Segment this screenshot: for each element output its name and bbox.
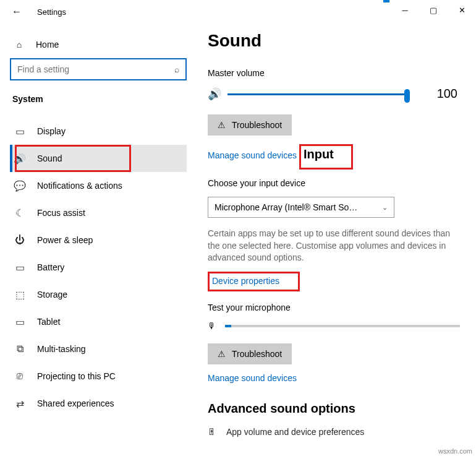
volume-slider[interactable] — [227, 88, 407, 100]
sidebar-item-label: Power & sleep — [37, 235, 93, 245]
microphone-icon: 🎙 — [208, 321, 216, 331]
home-button[interactable]: ⌂ Home — [10, 35, 187, 58]
notifications-icon: 💬 — [14, 180, 26, 192]
mic-level-bar — [225, 325, 460, 327]
sidebar-item-label: Display — [37, 126, 66, 136]
speaker-icon: 🔊 — [208, 87, 221, 101]
troubleshoot-label: Troubleshoot — [232, 120, 282, 130]
sidebar-item-tablet[interactable]: ▭ Tablet — [10, 308, 187, 335]
page-heading: Sound — [208, 31, 460, 51]
master-volume-label: Master volume — [208, 68, 460, 78]
sidebar-item-notifications[interactable]: 💬 Notifications & actions — [10, 172, 187, 199]
sound-icon: 🔊 — [14, 153, 26, 165]
nav-list: ▭ Display 🔊 Sound 💬 Notifications & acti… — [10, 118, 187, 417]
home-icon: ⌂ — [14, 40, 25, 49]
warning-icon: ⚠ — [218, 120, 226, 130]
sidebar-item-label: Tablet — [37, 317, 60, 327]
highlight-device-properties: Device properties — [208, 272, 300, 291]
sidebar-item-shared[interactable]: ⇄ Shared experiences — [10, 390, 187, 417]
input-help-text: Certain apps may be set up to use differ… — [208, 228, 460, 264]
back-icon[interactable]: ← — [11, 6, 22, 17]
tablet-icon: ▭ — [14, 316, 26, 328]
highlight-box — [15, 145, 131, 172]
sidebar-item-storage[interactable]: ⬚ Storage — [10, 281, 187, 308]
troubleshoot-button-output[interactable]: ⚠ Troubleshoot — [208, 114, 292, 136]
volume-value: 100 — [437, 87, 460, 101]
home-label: Home — [36, 40, 59, 49]
sidebar-item-projecting[interactable]: ⎚ Projecting to this PC — [10, 363, 187, 390]
sidebar-item-label: Multi-tasking — [37, 344, 86, 354]
content-pane: Sound Master volume 🔊 100 ⚠ Troubleshoot… — [192, 24, 476, 456]
test-mic-label: Test your microphone — [208, 303, 460, 312]
input-device-select[interactable]: Microphone Array (Intel® Smart So… ⌄ — [208, 197, 394, 218]
manage-sound-link-output[interactable]: Manage sound devices — [208, 150, 297, 160]
multitasking-icon: ⧉ — [14, 343, 26, 355]
mic-test-row: 🎙 — [208, 321, 460, 331]
sidebar-item-focus-assist[interactable]: ☾ Focus assist — [10, 199, 187, 226]
warning-icon: ⚠ — [218, 349, 226, 359]
slider-track — [227, 93, 407, 95]
sidebar-item-display[interactable]: ▭ Display — [10, 118, 187, 145]
search-icon: ⌕ — [174, 64, 179, 74]
mic-level-fill — [225, 325, 231, 327]
storage-icon: ⬚ — [14, 289, 26, 301]
choose-input-label: Choose your input device — [208, 178, 460, 188]
watermark: wsxdn.com — [438, 447, 472, 455]
sidebar-item-label: Projecting to this PC — [37, 371, 116, 381]
chevron-down-icon: ⌄ — [382, 204, 388, 212]
sidebar-item-label: Storage — [37, 290, 67, 299]
minimize-button[interactable]: ─ — [391, 0, 419, 20]
maximize-button[interactable]: ▢ — [419, 0, 448, 20]
shared-icon: ⇄ — [14, 398, 26, 410]
projecting-icon: ⎚ — [14, 371, 26, 382]
highlight-input-title: Input — [299, 144, 353, 170]
troubleshoot-label: Troubleshoot — [232, 349, 282, 359]
sidebar-item-battery[interactable]: ▭ Battery — [10, 254, 187, 281]
input-device-value: Microphone Array (Intel® Smart So… — [215, 202, 357, 212]
slider-thumb[interactable] — [404, 89, 410, 103]
sidebar-item-label: Notifications & actions — [37, 181, 122, 191]
window-title: Settings — [37, 7, 66, 17]
display-icon: ▭ — [14, 126, 26, 137]
device-properties-link[interactable]: Device properties — [212, 276, 279, 286]
accent-strip — [383, 0, 389, 2]
sidebar-item-power[interactable]: ⏻ Power & sleep — [10, 226, 187, 254]
sidebar-item-label: Battery — [37, 262, 64, 272]
input-section-title: Input — [304, 147, 334, 161]
search-box[interactable]: ⌕ — [10, 58, 187, 80]
power-icon: ⏻ — [14, 234, 26, 246]
sidebar-item-label: Focus assist — [37, 208, 85, 218]
group-title: System — [10, 94, 187, 104]
volume-row: 🔊 100 — [208, 87, 460, 101]
sidebar-item-sound[interactable]: 🔊 Sound — [10, 145, 187, 172]
sidebar: ⌂ Home ⌕ System ▭ Display 🔊 Sound 💬 Noti… — [0, 24, 192, 456]
sidebar-item-label: Sound — [37, 153, 62, 163]
troubleshoot-button-input[interactable]: ⚠ Troubleshoot — [208, 343, 292, 364]
battery-icon: ▭ — [14, 262, 26, 273]
focus-assist-icon: ☾ — [14, 207, 26, 219]
manage-sound-link-input[interactable]: Manage sound devices — [208, 373, 297, 383]
app-volume-label[interactable]: App volume and device preferences — [226, 427, 364, 437]
sidebar-item-multitasking[interactable]: ⧉ Multi-tasking — [10, 335, 187, 363]
sliders-icon: 🎚 — [208, 427, 216, 437]
close-button[interactable]: ✕ — [448, 0, 476, 20]
search-input[interactable] — [17, 64, 174, 74]
advanced-heading: Advanced sound options — [208, 402, 460, 416]
sidebar-item-label: Shared experiences — [37, 398, 114, 408]
titlebar: ← Settings ─ ▢ ✕ — [0, 0, 476, 24]
